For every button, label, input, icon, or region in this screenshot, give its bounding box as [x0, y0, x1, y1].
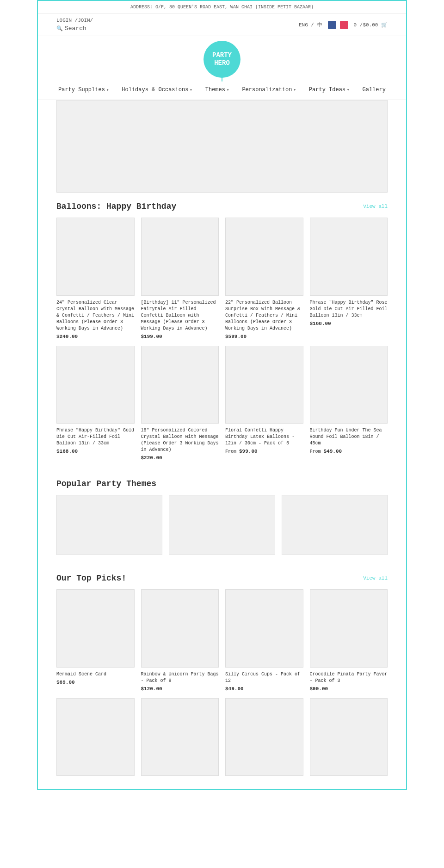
product-price: $168.00 — [56, 449, 135, 454]
product-image — [141, 698, 219, 776]
product-name: Phrase "Happy Birthday" Rose Gold Die Cu… — [310, 300, 388, 319]
product-card[interactable]: Phrase "Happy Birthday" Rose Gold Die Cu… — [310, 218, 388, 339]
balloons-section-header: Balloons: Happy Birthday View all — [56, 202, 388, 211]
product-card[interactable]: Rainbow & Unicorn Party Bags - Pack of 8… — [141, 589, 219, 692]
product-card[interactable] — [56, 698, 135, 780]
product-card[interactable]: 24" Personalized Clear Crystal Balloon w… — [56, 218, 135, 339]
nav-holidays-occasions[interactable]: Holidays & Occasions ▾ — [122, 87, 192, 93]
social-icons — [328, 21, 348, 29]
nav-personalization[interactable]: Personalization ▾ — [242, 87, 296, 93]
theme-card[interactable] — [282, 495, 388, 555]
logo-line1: PARTY — [212, 51, 232, 59]
cart-info[interactable]: 0 /$0.00 🛒 — [354, 22, 388, 28]
nav-gallery-label: Gallery — [363, 87, 386, 93]
top-picks-product-grid: Mermaid Scene Card $69.00 Rainbow & Unic… — [56, 589, 388, 692]
product-image — [225, 698, 303, 776]
product-name: 18" Personalized Colored Crystal Balloon… — [141, 427, 219, 453]
nav-themes[interactable]: Themes ▾ — [205, 87, 229, 93]
product-card[interactable]: Birthday Fun Under The Sea Round Foil Ba… — [310, 346, 388, 461]
product-name: Crocodile Pinata Party Favor - Pack of 3 — [310, 671, 388, 684]
product-price: From $99.00 — [225, 449, 303, 454]
product-price: $240.00 — [56, 334, 135, 339]
product-card[interactable]: [Birthday] 11" Personalized Fairytale Ai… — [141, 218, 219, 339]
product-price: $599.00 — [225, 334, 303, 339]
nav-gallery[interactable]: Gallery — [363, 87, 386, 93]
search-bar[interactable]: 🔍 Search — [56, 25, 93, 32]
product-image — [310, 698, 388, 776]
product-name: Floral Confetti Happy Birthday Latex Bal… — [225, 427, 303, 447]
cart-icon: 🛒 — [381, 22, 388, 28]
product-image — [56, 346, 135, 424]
nav-holidays-label: Holidays & Occasions — [122, 87, 188, 93]
logo[interactable]: PARTY HERO — [204, 41, 240, 78]
product-card[interactable]: Phrase "Happy Birthday" Gold Die Cut Air… — [56, 346, 135, 461]
product-image — [56, 698, 135, 776]
search-label[interactable]: Search — [65, 25, 86, 32]
themes-section-title: Popular Party Themes — [56, 479, 156, 488]
nav-party-ideas[interactable]: Party Ideas ▾ — [309, 87, 350, 93]
language-selector[interactable]: ENG / 中 — [299, 21, 322, 28]
product-price: $199.00 — [141, 334, 219, 339]
theme-card[interactable] — [169, 495, 275, 555]
theme-grid — [56, 495, 388, 555]
chevron-down-icon: ▾ — [347, 87, 349, 93]
product-price: $99.00 — [310, 686, 388, 692]
product-name: Phrase "Happy Birthday" Gold Die Cut Air… — [56, 427, 135, 447]
instagram-icon[interactable] — [340, 21, 348, 29]
hero-banner — [56, 100, 388, 193]
product-card[interactable] — [225, 698, 303, 780]
product-image — [56, 589, 135, 668]
top-bar: ADDRESS: G/F, 80 QUEEN'S ROAD EAST, WAN … — [38, 1, 406, 14]
product-card[interactable]: Crocodile Pinata Party Favor - Pack of 3… — [310, 589, 388, 692]
header: LOGIN /JOIN/ 🔍 Search ENG / 中 0 /$0.00 🛒 — [38, 14, 406, 36]
login-join-link[interactable]: LOGIN /JOIN/ — [56, 18, 93, 23]
product-price: $69.00 — [56, 680, 135, 685]
nav-personalization-label: Personalization — [242, 87, 292, 93]
product-image — [225, 346, 303, 424]
chevron-down-icon: ▾ — [106, 87, 109, 93]
product-card[interactable]: Silly Circus Cups - Pack of 12 $49.00 — [225, 589, 303, 692]
balloons-section: Balloons: Happy Birthday View all 24" Pe… — [38, 193, 406, 470]
product-price: $49.00 — [225, 686, 303, 692]
top-picks-product-grid-row2 — [56, 698, 388, 780]
header-left: LOGIN /JOIN/ 🔍 Search — [56, 18, 93, 32]
product-price: $168.00 — [310, 321, 388, 326]
cart-count-price: 0 /$0.00 — [354, 22, 378, 28]
product-card[interactable] — [310, 698, 388, 780]
product-price: $120.00 — [141, 686, 219, 692]
price-from-label: From — [225, 449, 239, 454]
facebook-icon[interactable] — [328, 21, 336, 29]
product-card[interactable] — [141, 698, 219, 780]
main-nav: Party Supplies ▾ Holidays & Occasions ▾ … — [38, 80, 406, 100]
product-name: Rainbow & Unicorn Party Bags - Pack of 8 — [141, 671, 219, 684]
page-wrapper: ADDRESS: G/F, 80 QUEEN'S ROAD EAST, WAN … — [37, 0, 407, 790]
balloons-product-grid: 24" Personalized Clear Crystal Balloon w… — [56, 218, 388, 461]
top-picks-section: Our Top Picks! View all Mermaid Scene Ca… — [38, 564, 406, 789]
themes-section: Popular Party Themes — [38, 470, 406, 564]
chevron-down-icon: ▾ — [227, 87, 229, 93]
nav-party-supplies[interactable]: Party Supplies ▾ — [58, 87, 109, 93]
balloons-view-all[interactable]: View all — [363, 204, 388, 209]
top-picks-section-header: Our Top Picks! View all — [56, 574, 388, 583]
product-image — [310, 218, 388, 296]
search-icon: 🔍 — [56, 25, 63, 31]
product-card[interactable]: Mermaid Scene Card $69.00 — [56, 589, 135, 692]
price-from-label: From — [310, 449, 324, 454]
product-name: [Birthday] 11" Personalized Fairytale Ai… — [141, 300, 219, 332]
top-picks-view-all[interactable]: View all — [363, 575, 388, 581]
product-price: $220.00 — [141, 455, 219, 461]
product-card[interactable]: 22" Personalized Balloon Surprise Box wi… — [225, 218, 303, 339]
top-picks-title: Our Top Picks! — [56, 574, 126, 583]
product-name: Birthday Fun Under The Sea Round Foil Ba… — [310, 427, 388, 447]
product-image — [141, 218, 219, 296]
product-image — [225, 218, 303, 296]
product-name: 22" Personalized Balloon Surprise Box wi… — [225, 300, 303, 332]
balloons-section-title: Balloons: Happy Birthday — [56, 202, 176, 211]
product-image — [225, 589, 303, 668]
theme-card[interactable] — [56, 495, 162, 555]
header-right: ENG / 中 0 /$0.00 🛒 — [299, 21, 388, 29]
product-card[interactable]: Floral Confetti Happy Birthday Latex Bal… — [225, 346, 303, 461]
product-card[interactable]: 18" Personalized Colored Crystal Balloon… — [141, 346, 219, 461]
chevron-down-icon: ▾ — [293, 87, 296, 93]
nav-party-ideas-label: Party Ideas — [309, 87, 345, 93]
